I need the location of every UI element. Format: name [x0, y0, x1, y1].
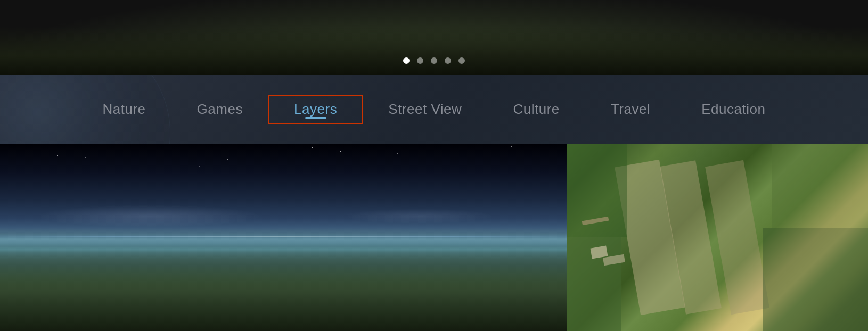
nav-item-culture[interactable]: Culture — [487, 95, 585, 124]
nav-item-games[interactable]: Games — [171, 95, 268, 124]
nav-item-education[interactable]: Education — [676, 95, 791, 124]
aerial-satellite-panel — [567, 144, 868, 331]
category-nav: Nature Games Layers Street View Culture … — [0, 75, 868, 144]
carousel-dot-1[interactable] — [403, 57, 410, 64]
cloud-layer — [0, 195, 567, 237]
nav-item-layers[interactable]: Layers — [268, 95, 363, 124]
nav-items-container: Nature Games Layers Street View Culture … — [77, 95, 791, 124]
carousel-dot-2[interactable] — [417, 57, 423, 64]
earth-surface — [0, 228, 567, 331]
nav-item-nature[interactable]: Nature — [77, 95, 171, 124]
nav-item-street-view[interactable]: Street View — [363, 95, 487, 124]
landscape-silhouette — [0, 27, 868, 75]
carousel-dot-5[interactable] — [458, 57, 465, 64]
carousel-dot-3[interactable] — [431, 57, 437, 64]
hero-banner — [0, 0, 868, 75]
nav-item-travel[interactable]: Travel — [585, 95, 676, 124]
carousel-dot-4[interactable] — [445, 57, 451, 64]
earth-space-panel — [0, 144, 567, 331]
carousel-indicators — [403, 57, 465, 64]
content-panels — [0, 144, 868, 331]
